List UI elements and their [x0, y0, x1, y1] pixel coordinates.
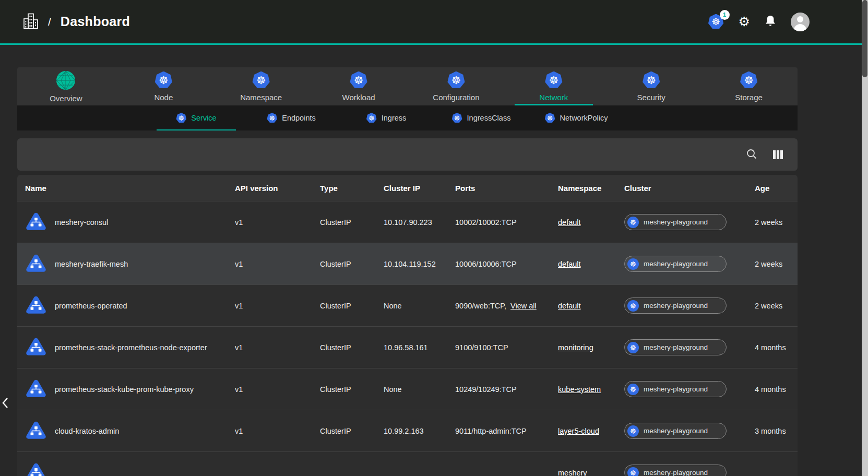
service-name: meshery-consul — [55, 218, 108, 227]
tab-label: Configuration — [433, 93, 479, 102]
view-all-link[interactable]: View all — [510, 302, 537, 310]
service-resource-icon — [25, 462, 47, 476]
kubernetes-icon: ☸ — [627, 217, 639, 228]
ports-cell: 9011/http-admin:TCP — [447, 427, 550, 435]
tab-security[interactable]: ☸ Security — [602, 67, 700, 105]
age-cell: 2 weeks — [747, 260, 798, 268]
tab-label: Storage — [735, 93, 763, 102]
column-header-type[interactable]: Type — [312, 184, 376, 193]
namespace-link[interactable]: default — [558, 218, 581, 227]
cluster-ip-cell: 10.104.119.152 — [376, 260, 447, 268]
tab-namespace[interactable]: ☸ Namespace — [212, 67, 310, 105]
subtab-service[interactable]: ☸ Service — [149, 105, 244, 130]
tab-overview[interactable]: Overview — [17, 67, 115, 105]
tab-workload[interactable]: ☸ Workload — [310, 67, 408, 105]
column-header-cluster-ip[interactable]: Cluster IP — [376, 184, 447, 193]
main-content: Overview ☸ Node ☸ Namespace ☸ Workload ☸… — [17, 67, 798, 476]
name-cell: cloud-kratos-admin — [17, 420, 227, 442]
table-row[interactable]: meshery-consul v1 ClusterIP 10.107.90.22… — [17, 201, 798, 243]
tab-label: Security — [637, 93, 665, 102]
kubernetes-icon: ☸ — [627, 467, 639, 476]
service-resource-icon — [25, 337, 47, 359]
table-row[interactable]: meshery ☸ meshery-playground — [17, 451, 798, 476]
service-name: meshery-traefik-mesh — [55, 260, 128, 268]
cluster-chip[interactable]: ☸ meshery-playground — [624, 256, 727, 272]
type-cell: ClusterIP — [312, 427, 376, 435]
column-header-namespace[interactable]: Namespace — [550, 184, 616, 193]
kubernetes-icon: ☸ — [267, 113, 277, 123]
collapse-panel-chevron-icon[interactable] — [2, 397, 9, 411]
cluster-name: meshery-playground — [644, 218, 708, 226]
table-body: meshery-consul v1 ClusterIP 10.107.90.22… — [17, 201, 798, 476]
tab-node[interactable]: ☸ Node — [115, 67, 212, 105]
table-row[interactable]: meshery-traefik-mesh v1 ClusterIP 10.104… — [17, 243, 798, 284]
kubernetes-icon: ☸ — [350, 72, 367, 89]
user-avatar[interactable] — [791, 13, 810, 31]
namespace-cell: default — [550, 302, 616, 310]
cluster-chip[interactable]: ☸ meshery-playground — [624, 423, 727, 439]
column-header-ports[interactable]: Ports — [447, 184, 550, 193]
breadcrumb-separator: / — [48, 16, 51, 28]
namespace-link[interactable]: default — [558, 260, 581, 268]
ports-value: 10006/10006:TCP — [455, 260, 517, 268]
subtab-networkpolicy[interactable]: ☸ NetworkPolicy — [529, 105, 624, 130]
table-row[interactable]: prometheus-operated v1 ClusterIP None 90… — [17, 284, 798, 326]
scrollbar-thumb[interactable] — [862, 0, 867, 77]
column-header-api-version[interactable]: API version — [227, 184, 312, 193]
namespace-cell: kube-system — [550, 385, 616, 394]
service-name: prometheus-stack-prometheus-node-exporte… — [55, 343, 207, 352]
type-cell: ClusterIP — [312, 218, 376, 227]
age-cell: 4 months — [747, 343, 798, 352]
tab-network[interactable]: ☸ Network — [505, 67, 602, 105]
organization-building-icon[interactable] — [23, 13, 39, 31]
column-header-age[interactable]: Age — [747, 184, 798, 193]
cluster-chip[interactable]: ☸ meshery-playground — [624, 381, 727, 397]
page-scrollbar[interactable] — [862, 0, 868, 476]
settings-gear-icon[interactable]: ⚙ — [739, 15, 750, 28]
type-cell: ClusterIP — [312, 302, 376, 310]
namespace-link[interactable]: layer5-cloud — [558, 427, 599, 435]
subtab-label: Service — [191, 114, 216, 122]
tab-storage[interactable]: ☸ Storage — [700, 67, 798, 105]
service-name: prometheus-operated — [55, 302, 127, 310]
type-cell: ClusterIP — [312, 260, 376, 268]
namespace-cell: default — [550, 218, 616, 227]
search-icon[interactable] — [746, 148, 757, 161]
ports-cell: 10249/10249:TCP — [447, 385, 550, 394]
kubernetes-icon: ☸ — [252, 72, 270, 89]
cluster-chip[interactable]: ☸ meshery-playground — [624, 465, 727, 476]
subtab-ingress[interactable]: ☸ Ingress — [339, 105, 434, 130]
cluster-cell: ☸ meshery-playground — [616, 256, 747, 272]
table-header-row: NameAPI versionTypeCluster IPPortsNamesp… — [17, 175, 798, 201]
cluster-name: meshery-playground — [644, 260, 708, 268]
kubernetes-context-button[interactable]: ☸ 1 — [708, 14, 724, 30]
notifications-bell-icon[interactable] — [765, 15, 776, 29]
view-columns-icon[interactable] — [773, 150, 783, 159]
cluster-cell: ☸ meshery-playground — [616, 214, 747, 230]
namespace-link[interactable]: kube-system — [558, 385, 601, 394]
cluster-chip[interactable]: ☸ meshery-playground — [624, 214, 727, 230]
namespace-link[interactable]: meshery — [558, 469, 587, 476]
ports-cell: 10002/10002:TCP — [447, 218, 550, 227]
column-header-name[interactable]: Name — [17, 184, 227, 193]
tab-configuration[interactable]: ☸ Configuration — [408, 67, 505, 105]
cluster-chip[interactable]: ☸ meshery-playground — [624, 339, 727, 355]
kubernetes-icon: ☸ — [740, 72, 758, 89]
type-cell: ClusterIP — [312, 343, 376, 352]
table-row[interactable]: cloud-kratos-admin v1 ClusterIP 10.99.2.… — [17, 410, 798, 451]
column-header-cluster[interactable]: Cluster — [616, 184, 747, 193]
cluster-chip[interactable]: ☸ meshery-playground — [624, 298, 727, 314]
api-version-cell: v1 — [227, 385, 312, 394]
subtab-ingressclass[interactable]: ☸ IngressClass — [434, 105, 529, 130]
subtab-label: Ingress — [382, 114, 407, 122]
network-subtabs: ☸ Service ☸ Endpoints ☸ Ingress ☸ Ingres… — [17, 105, 798, 130]
table-row[interactable]: prometheus-stack-kube-prom-kube-proxy v1… — [17, 368, 798, 410]
age-cell: 3 months — [747, 427, 798, 435]
table-row[interactable]: prometheus-stack-prometheus-node-exporte… — [17, 326, 798, 368]
ports-cell: 10006/10006:TCP — [447, 260, 550, 268]
meshery-logo-icon — [56, 70, 76, 90]
cluster-name: meshery-playground — [644, 343, 708, 351]
namespace-link[interactable]: monitoring — [558, 343, 593, 352]
subtab-endpoints[interactable]: ☸ Endpoints — [244, 105, 339, 130]
namespace-link[interactable]: default — [558, 302, 581, 310]
